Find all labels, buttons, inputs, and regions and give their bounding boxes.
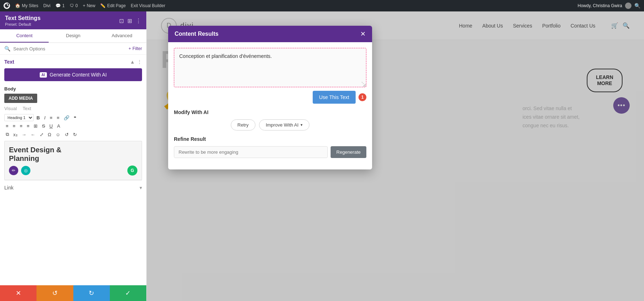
use-this-text-button[interactable]: Use This Text: [313, 91, 356, 104]
editor-tabs: Visual Text: [4, 106, 142, 111]
preview-heading: Event Design &Planning: [9, 145, 137, 163]
wp-logo-btn[interactable]: [4, 3, 10, 9]
undo-btn[interactable]: ↺: [63, 131, 70, 138]
panel-tabs: Content Design Advanced: [0, 29, 146, 43]
comment-icon: 💬: [55, 3, 61, 8]
add-media-button[interactable]: ADD MEDIA: [4, 94, 37, 103]
emoji-btn[interactable]: ☺: [54, 131, 62, 138]
underline-btn[interactable]: U: [48, 123, 54, 129]
panel-search: 🔍 + Filter: [0, 43, 146, 55]
subscript-btn[interactable]: x₂: [12, 131, 19, 138]
user-avatar[interactable]: [625, 3, 631, 9]
note-icon: 🗨: [70, 3, 74, 8]
bold-btn[interactable]: B: [35, 114, 41, 121]
filter-label: Filter: [132, 46, 142, 51]
toolbar-row-3: ⧉ x₂ → ← ⤢ Ω ☺ ↺ ↻: [4, 131, 142, 138]
panel-icon-menu[interactable]: ⋮: [136, 18, 141, 24]
save-button[interactable]: ✓: [110, 285, 146, 301]
refine-section: Refine Result Regenerate: [174, 136, 366, 158]
indent-btn[interactable]: →: [20, 131, 28, 138]
search-icon[interactable]: 🔍: [634, 3, 640, 9]
editor-tab-text[interactable]: Text: [23, 106, 31, 111]
modify-section: Modify With AI Retry Improve With AI: [174, 109, 366, 130]
grammarly-badge[interactable]: G: [127, 166, 137, 176]
generate-ai-button[interactable]: AI Generate Content With AI: [4, 68, 142, 81]
search-input[interactable]: [13, 46, 126, 51]
text-section-title: Text: [4, 59, 14, 65]
body-label: Body: [4, 86, 142, 92]
new-btn[interactable]: + New: [83, 3, 95, 8]
notification-badge: 1: [358, 93, 366, 101]
exit-builder-btn[interactable]: Exit Visual Builder: [131, 3, 165, 8]
divi-btn[interactable]: Divi: [43, 3, 50, 8]
generate-ai-label: Generate Content With AI: [50, 72, 107, 78]
toolbar-row-2: ≡ ≡ ≡ ≡ ⊞ S U A: [4, 123, 142, 129]
text-preview: Event Design &Planning ✏ ◎ G: [4, 141, 142, 180]
redo-toolbar-btn[interactable]: ↻: [72, 131, 78, 138]
panel-preset: Preset: Default: [5, 22, 40, 26]
tab-design[interactable]: Design: [49, 29, 97, 43]
panel-header-row: Text Settings Preset: Default ⊡ ⊞ ⋮: [5, 15, 141, 26]
align-justify-btn[interactable]: ≡: [25, 123, 31, 129]
modal-title: Content Results: [175, 31, 219, 37]
panel-header-left: Text Settings Preset: Default: [5, 15, 40, 26]
tab-advanced[interactable]: Advanced: [98, 29, 146, 43]
refine-title: Refine Result: [174, 136, 366, 142]
link-section[interactable]: Link ▾: [4, 180, 142, 195]
improve-ai-button[interactable]: Improve With AI: [259, 119, 310, 130]
more-icon[interactable]: ⋮: [137, 59, 142, 65]
color-btn[interactable]: A: [55, 123, 62, 129]
main-layout: Text Settings Preset: Default ⊡ ⊞ ⋮ Cont…: [0, 11, 644, 301]
edit-icon-btn[interactable]: ✏: [9, 166, 18, 175]
link-label: Link: [4, 185, 14, 191]
fullscreen-btn[interactable]: ⤢: [38, 131, 45, 138]
right-area: D divi Home About Us Services Portfolio …: [147, 11, 644, 301]
my-sites-icon: 🏠: [15, 3, 20, 8]
ol-btn[interactable]: ≡: [55, 114, 61, 121]
result-textbox[interactable]: Conception et planification d'événements…: [174, 48, 366, 87]
align-left-btn[interactable]: ≡: [4, 123, 10, 129]
chevron-down-icon: ▾: [140, 185, 142, 191]
special-char-btn[interactable]: Ω: [47, 131, 53, 138]
ul-btn[interactable]: ≡: [48, 114, 54, 121]
toolbar-row-1: Heading 1 Heading 2 Paragraph B I ≡ ≡ 🔗 …: [4, 114, 142, 121]
reset-button[interactable]: ↺: [36, 285, 73, 301]
comments-btn[interactable]: 💬 1: [55, 3, 65, 8]
panel-icon-grid[interactable]: ⊞: [127, 18, 132, 24]
quote-btn[interactable]: ❝: [72, 114, 78, 121]
edit-page-btn[interactable]: ✏️ Edit Page: [100, 3, 126, 8]
website-preview: D divi Home About Us Services Portfolio …: [147, 11, 644, 301]
preview-icons: ✏ ◎ G: [9, 166, 137, 176]
my-sites-btn[interactable]: 🏠 My Sites: [15, 3, 38, 8]
tab-content[interactable]: Content: [0, 29, 49, 43]
ai-badge: AI: [40, 72, 47, 78]
strikethrough-btn[interactable]: S: [40, 123, 47, 129]
panel-icon-window[interactable]: ⊡: [119, 18, 124, 24]
redo-button[interactable]: ↻: [73, 285, 110, 301]
bottom-bar: ✕ ↺ ↻ ✓: [0, 285, 146, 301]
cancel-button[interactable]: ✕: [0, 285, 36, 301]
resize-handle[interactable]: ⤡: [361, 80, 365, 85]
table-btn[interactable]: ⊞: [32, 123, 39, 129]
retry-button[interactable]: Retry: [231, 119, 255, 130]
editor-tab-visual[interactable]: Visual: [4, 106, 17, 111]
use-text-row: Use This Text 1: [174, 91, 366, 104]
filter-button[interactable]: + Filter: [128, 46, 142, 51]
italic-btn[interactable]: I: [43, 114, 47, 121]
admin-bar-right: Howdy, Christina Gwira 🔍: [578, 3, 640, 9]
result-text: Conception et planification d'événements…: [179, 53, 272, 59]
align-right-btn[interactable]: ≡: [18, 123, 24, 129]
panel-title: Text Settings: [5, 15, 40, 21]
align-center-btn[interactable]: ≡: [11, 123, 17, 129]
heading-select[interactable]: Heading 1 Heading 2 Paragraph: [4, 114, 34, 121]
outdent-btn[interactable]: ←: [29, 131, 37, 138]
regenerate-button[interactable]: Regenerate: [331, 146, 366, 158]
notes-btn[interactable]: 🗨 0: [70, 3, 78, 8]
target-icon-btn[interactable]: ◎: [21, 166, 30, 175]
link-btn[interactable]: 🔗: [62, 114, 71, 121]
refine-input[interactable]: [174, 146, 328, 158]
modal-body: Conception et planification d'événements…: [168, 42, 372, 169]
modal-close-button[interactable]: ✕: [360, 31, 366, 37]
collapse-icon[interactable]: ▲: [130, 59, 135, 65]
copy-btn[interactable]: ⧉: [4, 131, 10, 138]
